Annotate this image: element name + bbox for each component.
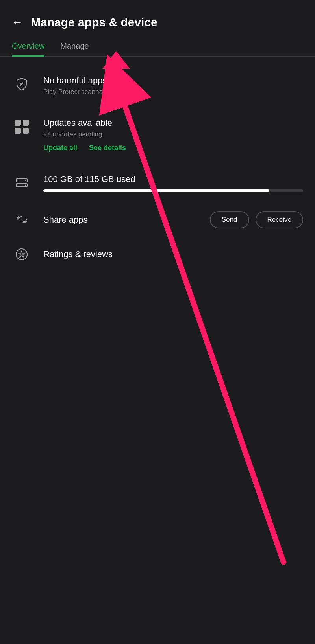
svg-marker-6: [19, 251, 25, 257]
storage-content: 100 GB of 115 GB used: [43, 174, 303, 192]
svg-marker-0: [20, 83, 23, 85]
storage-progress-fill: [43, 189, 269, 192]
ratings-title: Ratings & reviews: [43, 249, 113, 259]
play-protect-subtitle: Play Protect scanned at 3:46 AM: [43, 88, 303, 96]
back-button[interactable]: ←: [12, 16, 23, 29]
svg-point-4: [25, 185, 26, 186]
tabs-container: Overview Manage: [0, 37, 315, 57]
share-icon: [12, 213, 32, 227]
storage-icon: [12, 176, 32, 190]
update-all-link[interactable]: Update all: [43, 144, 77, 152]
updates-title: Updates available: [43, 118, 303, 128]
svg-point-3: [25, 180, 26, 181]
updates-icon: [12, 120, 32, 134]
play-protect-title: No harmful apps found: [43, 75, 303, 86]
storage-title: 100 GB of 115 GB used: [43, 174, 303, 184]
share-apps-section: Share apps Send Receive: [0, 203, 315, 236]
updates-content: Updates available 21 updates pending Upd…: [43, 118, 303, 152]
updates-subtitle: 21 updates pending: [43, 131, 303, 138]
send-button[interactable]: Send: [210, 211, 249, 228]
tab-overview[interactable]: Overview: [12, 37, 44, 56]
page-title: Manage apps & device: [31, 16, 158, 29]
update-actions: Update all See details: [43, 144, 303, 152]
storage-progress-bar: [43, 189, 303, 192]
header: ← Manage apps & device: [0, 0, 315, 37]
storage-section: 100 GB of 115 GB used: [0, 163, 315, 203]
share-apps-title: Share apps: [43, 215, 198, 225]
share-buttons: Send Receive: [210, 211, 303, 228]
receive-button[interactable]: Receive: [256, 211, 303, 228]
ratings-section[interactable]: Ratings & reviews: [0, 236, 315, 272]
play-protect-section: No harmful apps found Play Protect scann…: [0, 64, 315, 107]
see-details-link[interactable]: See details: [89, 144, 126, 152]
shield-icon: [12, 77, 32, 91]
star-icon: [12, 247, 32, 261]
updates-section: Updates available 21 updates pending Upd…: [0, 107, 315, 163]
play-protect-content: No harmful apps found Play Protect scann…: [43, 75, 303, 96]
tab-manage[interactable]: Manage: [60, 37, 89, 56]
